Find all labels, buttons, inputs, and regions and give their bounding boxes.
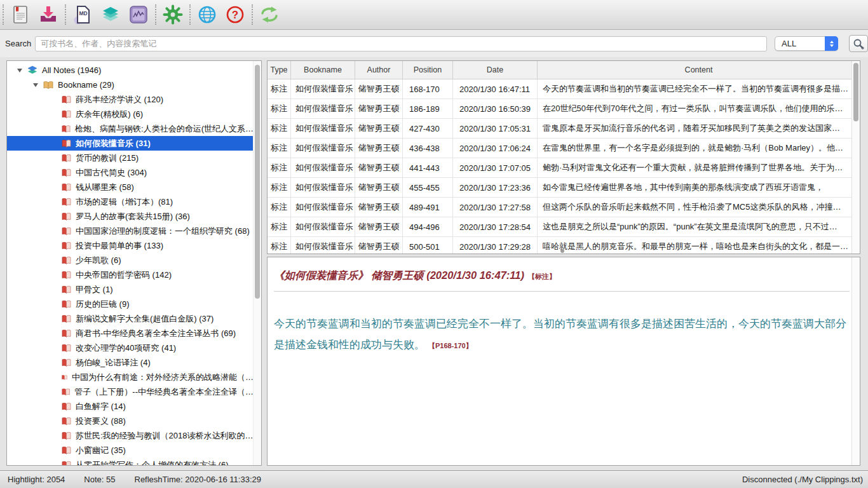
red-book-icon bbox=[62, 212, 71, 221]
tree-item-book[interactable]: 枪炮、病菌与钢铁:人类社会的命运(世纪人文系… bbox=[7, 121, 254, 136]
cell-type: 标注 bbox=[268, 99, 291, 118]
tree-item-book[interactable]: 新编说文解字大全集(超值白金版) (37) bbox=[7, 311, 254, 326]
red-book-icon bbox=[62, 315, 71, 323]
cell-type: 标注 bbox=[268, 79, 291, 98]
toolbar-separator bbox=[189, 4, 191, 25]
red-book-icon bbox=[62, 461, 71, 466]
statistics-button[interactable] bbox=[125, 2, 153, 27]
red-book-icon bbox=[62, 285, 71, 294]
tree-item-book[interactable]: 薛兆丰经济学讲义 (120) bbox=[7, 92, 254, 107]
disclosure-triangle-icon[interactable] bbox=[33, 83, 38, 87]
tree-item-book[interactable]: 市场的逻辑（增订本）(81) bbox=[7, 194, 254, 209]
column-header-content[interactable]: Content bbox=[538, 61, 860, 79]
tree-item-book[interactable]: 少年凯歌 (6) bbox=[7, 253, 254, 268]
open-book-icon bbox=[43, 81, 53, 90]
table-row[interactable]: 标注 如何假装懂音乐 储智勇王硕 186-189 2020/1/30 16:50… bbox=[268, 99, 860, 119]
tree-item-book[interactable]: 杨伯峻_论语译注 (4) bbox=[7, 355, 254, 370]
toolbar-separator bbox=[3, 4, 4, 25]
tree-item-book[interactable]: 中国古代简史 (304) bbox=[7, 165, 254, 180]
note-title-text: 《如何假装懂音乐》 储智勇王硕 (2020/1/30 16:47:11) bbox=[274, 269, 524, 281]
book-item-label: 从零开始学写作：个人增值的有效方法 (6) bbox=[76, 459, 229, 466]
red-book-icon bbox=[62, 110, 71, 119]
tree-item-book[interactable]: 货币的教训 (215) bbox=[7, 151, 254, 165]
cell-content: 在雷鬼的世界里，有一个名字是必须提到的，就是鲍勃·马利（Bob Marley）。… bbox=[538, 139, 860, 158]
sidebar-scrollbar-thumb[interactable] bbox=[255, 65, 260, 299]
column-header-type[interactable]: Type bbox=[268, 61, 291, 79]
table-scrollbar-thumb[interactable] bbox=[853, 63, 858, 121]
column-header-author[interactable]: Author bbox=[355, 61, 403, 79]
cell-position: 168-170 bbox=[403, 79, 453, 98]
notes-button[interactable] bbox=[6, 2, 34, 27]
tree-item-book[interactable]: 白鱼解字 (14) bbox=[7, 399, 254, 414]
tree-item-book[interactable]: 中央帝国的哲学密码 (142) bbox=[7, 268, 254, 282]
red-book-icon bbox=[62, 329, 71, 338]
table-row[interactable]: 标注 如何假装懂音乐 储智勇王硕 489-491 2020/1/30 17:27… bbox=[268, 198, 860, 217]
note-body-text: 今天的节奏蓝调和当初的节奏蓝调已经完全不一样了。当初的节奏蓝调有很多是描述困苦生… bbox=[274, 318, 846, 351]
sidebar-scrollbar[interactable] bbox=[253, 61, 261, 465]
tree-item-all-notes[interactable]: All Notes (1946) bbox=[7, 63, 254, 78]
note-detail-panel: 《如何假装懂音乐》 储智勇王硕 (2020/1/30 16:47:11)【标注】… bbox=[267, 257, 860, 466]
cell-date: 2020/1/30 17:28:54 bbox=[453, 217, 538, 236]
tree-item-book[interactable]: 投资要义 (88) bbox=[7, 414, 254, 428]
tree-item-bookname[interactable]: Bookname (29) bbox=[7, 78, 254, 92]
cell-author: 储智勇王硕 bbox=[355, 79, 403, 98]
book-item-label: 中国古代简史 (304) bbox=[76, 167, 147, 179]
merge-layers-button[interactable] bbox=[97, 2, 125, 27]
book-item-label: 苏世民:我的经验与教训（2018读桥水达利欧的… bbox=[76, 430, 254, 442]
book-item-label: 甲骨文 (1) bbox=[76, 284, 113, 295]
cell-author: 储智勇王硕 bbox=[355, 99, 403, 118]
tree-item-book[interactable]: 投资中最简单的事 (133) bbox=[7, 238, 254, 253]
tree-item-book[interactable]: 管子（上下册）--中华经典名著全本全注全译（… bbox=[7, 384, 254, 399]
cell-date: 2020/1/30 17:05:31 bbox=[453, 119, 538, 138]
tree-item-book[interactable]: 中国国家治理的制度逻辑：一个组织学研究 (68) bbox=[7, 224, 254, 238]
tree-item-book[interactable]: 甲骨文 (1) bbox=[7, 282, 254, 297]
connection-status: Disconnected (./My Clippings.txt) bbox=[742, 475, 863, 484]
book-item-label: 罗马人的故事(套装共15册) (36) bbox=[76, 211, 190, 222]
import-button[interactable] bbox=[34, 2, 62, 27]
table-scrollbar[interactable] bbox=[851, 61, 860, 254]
tree-item-book[interactable]: 如何假装懂音乐 (31) bbox=[7, 136, 254, 151]
tree-item-book[interactable]: 小窗幽记 (35) bbox=[7, 443, 254, 458]
language-button[interactable] bbox=[193, 2, 221, 27]
column-header-bookname[interactable]: Bookname bbox=[291, 61, 355, 79]
cell-position: 186-189 bbox=[403, 99, 453, 118]
help-button[interactable]: ? bbox=[221, 2, 249, 27]
tree-item-book[interactable]: 从零开始学写作：个人增值的有效方法 (6) bbox=[7, 458, 254, 466]
red-book-icon bbox=[62, 168, 71, 177]
cell-author: 储智勇王硕 bbox=[355, 139, 403, 158]
cell-content: 鲍勃·马利对雷鬼文化还有一个重大贡献，就是将脏辫传播到了世界各地。关于为… bbox=[538, 158, 860, 177]
tree-item-book[interactable]: 商君书-中华经典名著全本全注全译丛书 (69) bbox=[7, 326, 254, 341]
tree-item-book[interactable]: 改变心理学的40项研究 (41) bbox=[7, 341, 254, 355]
table-row[interactable]: 标注 如何假装懂音乐 储智勇王硕 494-496 2020/1/30 17:28… bbox=[268, 217, 860, 237]
search-scope-select[interactable]: ALL bbox=[775, 36, 838, 51]
table-row[interactable]: 标注 如何假装懂音乐 储智勇王硕 168-170 2020/1/30 16:47… bbox=[268, 79, 860, 99]
table-row[interactable]: 标注 如何假装懂音乐 储智勇王硕 427-430 2020/1/30 17:05… bbox=[268, 119, 860, 139]
tree-item-book[interactable]: 庆余年(精校版) (6) bbox=[7, 107, 254, 121]
table-row[interactable]: 标注 如何假装懂音乐 储智勇王硕 441-443 2020/1/30 17:07… bbox=[268, 158, 860, 178]
tree-item-book[interactable]: 钱从哪里来 (58) bbox=[7, 180, 254, 194]
cell-bookname: 如何假装懂音乐 bbox=[291, 237, 355, 254]
column-header-position[interactable]: Position bbox=[403, 61, 453, 79]
table-row[interactable]: 标注 如何假装懂音乐 储智勇王硕 455-455 2020/1/30 17:23… bbox=[268, 178, 860, 198]
cell-date: 2020/1/30 17:07:05 bbox=[453, 158, 538, 177]
detail-scrollbar[interactable] bbox=[851, 257, 860, 465]
markdown-export-button[interactable]: MD bbox=[69, 2, 97, 27]
disclosure-triangle-icon[interactable] bbox=[17, 69, 22, 72]
book-item-label: 小窗幽记 (35) bbox=[76, 445, 126, 456]
tree-item-book[interactable]: 罗马人的故事(套装共15册) (36) bbox=[7, 209, 254, 224]
book-item-label: 改变心理学的40项研究 (41) bbox=[76, 342, 176, 354]
column-header-date[interactable]: Date bbox=[453, 61, 538, 79]
note-detail-content: 《如何假装懂音乐》 储智勇王硕 (2020/1/30 16:47:11)【标注】… bbox=[274, 257, 850, 356]
search-input[interactable] bbox=[35, 36, 767, 51]
cell-date: 2020/1/30 17:29:28 bbox=[453, 237, 538, 254]
horizontal-scroll-dot[interactable] bbox=[560, 249, 564, 253]
settings-button[interactable] bbox=[159, 2, 187, 27]
table-row[interactable]: 标注 如何假装懂音乐 储智勇王硕 436-438 2020/1/30 17:06… bbox=[268, 139, 860, 158]
refresh-button[interactable] bbox=[255, 2, 283, 27]
tree-item-book[interactable]: 苏世民:我的经验与教训（2018读桥水达利欧的… bbox=[7, 428, 254, 443]
tree-item-book[interactable]: 历史的巨镜 (9) bbox=[7, 297, 254, 311]
toolbar-separator bbox=[65, 4, 66, 25]
tree-item-book[interactable]: 中国为什么有前途：对外经济关系的战略潜能（… bbox=[7, 370, 254, 384]
book-item-label: 白鱼解字 (14) bbox=[76, 401, 126, 412]
search-button[interactable] bbox=[849, 35, 868, 52]
